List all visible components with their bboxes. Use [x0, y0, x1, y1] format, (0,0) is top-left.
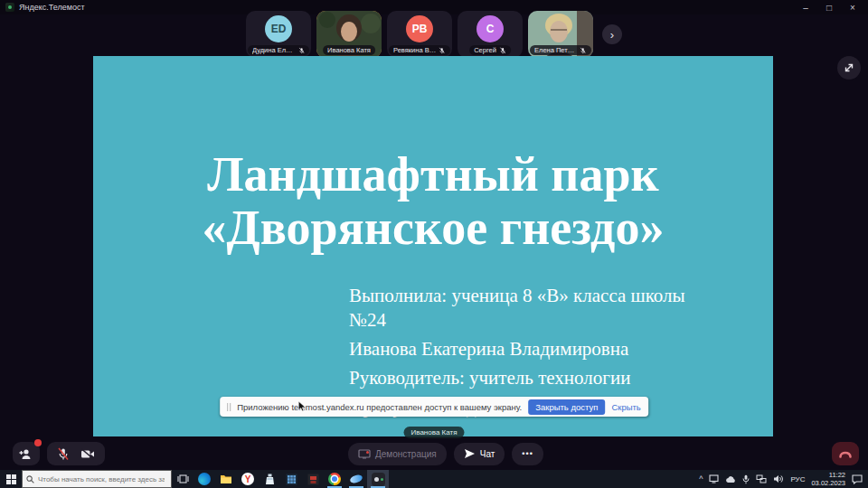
participant-tile-sergey[interactable]: С Сергей [458, 11, 523, 58]
taskbar-search[interactable] [22, 470, 172, 488]
participant-tile-dudina[interactable]: ED Дудина Елен... [246, 11, 311, 58]
participant-label: Ревякина Ва... [389, 45, 450, 55]
stop-sharing-button[interactable]: Закрыть доступ [528, 399, 605, 415]
mic-muted-icon [580, 47, 587, 54]
taskbar-clock[interactable]: 11:22 03.02.2023 [811, 471, 845, 488]
taskbar-yandex-browser[interactable]: Y [237, 470, 259, 488]
display-tray-icon[interactable] [709, 474, 719, 483]
mic-camera-group [47, 442, 105, 465]
participants-strip: ED Дудина Елен... Иванова [0, 11, 868, 58]
share-screen-button[interactable]: Демонстрация [348, 443, 447, 465]
chat-button[interactable]: Чат [454, 443, 505, 465]
telemost-taskbar-icon [372, 473, 385, 486]
call-controls-left [13, 442, 105, 465]
tray-expand-button[interactable]: ^ [699, 474, 703, 483]
expand-icon [843, 61, 855, 74]
participant-tile-revyakina[interactable]: РВ Ревякина Ва... [387, 11, 452, 58]
taskbar-app-light[interactable] [259, 470, 280, 488]
taskbar-app-blue[interactable] [345, 470, 367, 488]
mic-muted-icon [499, 47, 506, 54]
drag-handle-icon[interactable] [227, 403, 231, 411]
telemost-window: Яндекс.Телемост – □ × ED Дудина Елен... [0, 0, 868, 488]
chat-icon [464, 448, 476, 459]
chrome-icon [328, 473, 341, 485]
screen-share-icon [358, 449, 371, 459]
fullscreen-button[interactable] [837, 56, 861, 80]
windows-taskbar: Y [0, 470, 868, 488]
participant-label: Дудина Елен... [248, 45, 309, 55]
participant-tile-ivanova[interactable]: Иванова Катя [316, 11, 382, 58]
search-input[interactable] [38, 475, 165, 483]
mic-off-button[interactable] [57, 447, 70, 461]
task-view-icon [177, 474, 189, 484]
avatar-initials: ED [271, 23, 287, 35]
mic-tray-icon[interactable] [742, 474, 750, 484]
action-center-icon[interactable] [852, 474, 863, 484]
app-icon [265, 474, 275, 485]
avatar-initials: С [486, 23, 495, 35]
grid-app-icon [286, 474, 297, 485]
next-participants-button[interactable]: › [602, 24, 622, 44]
more-dots-icon: ••• [522, 449, 533, 458]
screen-share-banner: Приложению telemost.yandex.ru предоставл… [220, 397, 648, 417]
task-view-button[interactable] [172, 470, 193, 488]
clock-date: 03.02.2023 [811, 479, 845, 487]
participant-label: Елена Петру... [530, 45, 591, 55]
yandex-browser-icon: Y [241, 473, 254, 485]
blue-swoosh-icon [349, 474, 363, 484]
add-participant-button[interactable] [13, 442, 40, 465]
call-controls-center: Демонстрация Чат ••• [348, 442, 543, 465]
taskbar-explorer[interactable] [215, 470, 237, 488]
hide-banner-button[interactable]: Скрыть [611, 402, 640, 412]
avatar: С [476, 15, 504, 42]
start-button[interactable] [0, 470, 22, 488]
add-person-icon [19, 447, 33, 460]
system-tray: ^ РУС 11:22 03.02.20 [699, 471, 868, 488]
avatar-initials: РВ [412, 23, 428, 35]
language-indicator[interactable]: РУС [790, 475, 805, 483]
clock-time: 11:22 [811, 471, 845, 479]
search-icon [26, 475, 34, 483]
shared-screen-slide: Ландшафтный парк «Дворянское гнездо» Вып… [93, 56, 773, 436]
taskbar-app-dark-red[interactable] [302, 470, 324, 488]
presenter-name-badge: Иванова Катя [404, 427, 465, 438]
mic-muted-icon [439, 47, 446, 54]
windows-logo-icon [6, 474, 16, 484]
avatar: ED [265, 15, 292, 42]
folder-icon [220, 474, 232, 484]
volume-tray-icon[interactable] [773, 474, 784, 483]
edge-icon [198, 473, 211, 485]
avatar: РВ [406, 15, 433, 42]
slide-title: Ландшафтный парк «Дворянское гнездо» [93, 148, 773, 256]
dark-red-app-icon [307, 474, 319, 485]
taskbar-chrome[interactable] [324, 470, 345, 488]
taskbar-telemost[interactable] [367, 470, 389, 488]
phone-hangup-icon [838, 449, 853, 458]
taskbar-app-grid[interactable] [280, 470, 302, 488]
notification-dot [34, 439, 42, 446]
network-tray-icon[interactable] [756, 474, 767, 483]
share-banner-text: Приложению telemost.yandex.ru предоставл… [237, 402, 522, 412]
mic-muted-icon [298, 47, 305, 54]
cloud-tray-icon[interactable] [725, 475, 736, 483]
participant-tile-elena[interactable]: Елена Петру... [528, 11, 593, 58]
participant-label: Иванова Катя [323, 45, 375, 55]
more-options-button[interactable]: ••• [512, 443, 542, 465]
participant-label: Сергей [469, 45, 511, 55]
chevron-right-icon: › [610, 28, 614, 42]
hang-up-button[interactable] [832, 442, 859, 465]
mouse-cursor [297, 400, 307, 412]
camera-off-button[interactable] [80, 448, 95, 460]
taskbar-edge[interactable] [193, 470, 215, 488]
call-controls-right [832, 442, 859, 465]
